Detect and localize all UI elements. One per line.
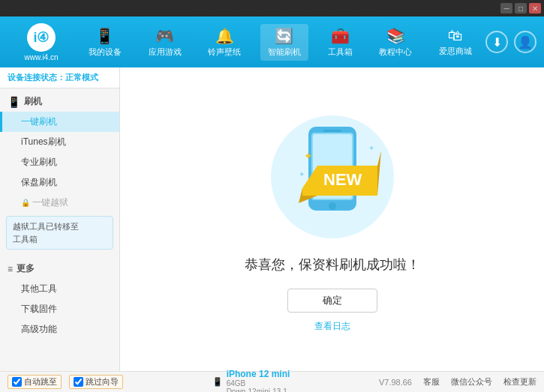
- device-storage: 64GB: [227, 379, 290, 388]
- device-status: 设备连接状态：正常模式: [0, 67, 119, 88]
- nav-label-ringtones: 铃声壁纸: [208, 46, 241, 58]
- nav-item-my-device[interactable]: 📱 我的设备: [81, 24, 129, 61]
- ringtones-icon: 🔔: [215, 27, 234, 45]
- flash-section-icon: 📱: [8, 96, 20, 108]
- more-section-label: 更多: [17, 262, 35, 275]
- nav-item-ringtones[interactable]: 🔔 铃声壁纸: [200, 24, 248, 61]
- sidebar-item-one-click-flash[interactable]: 一键刷机: [0, 112, 119, 132]
- skip-guide-checkbox[interactable]: 跳过向导: [69, 375, 123, 389]
- sidebar-item-jailbreak: 🔒 一键越狱: [0, 193, 119, 213]
- bottom-left: 自动跳至 跳过向导: [8, 375, 123, 389]
- skip-guide-input[interactable]: [74, 377, 83, 387]
- svg-rect-5: [323, 130, 341, 132]
- content-area: NEW ✦ ✦ ✦ ✦ 恭喜您，保资料刷机成功啦！ 确定 查看日志: [120, 67, 544, 371]
- nav-item-smart-flash[interactable]: 🔄 智能刷机: [260, 24, 308, 61]
- svg-text:✦: ✦: [304, 150, 313, 162]
- lock-icon: 🔒: [21, 199, 30, 207]
- success-text: 恭喜您，保资料刷机成功啦！: [245, 256, 420, 274]
- customer-service-link[interactable]: 客服: [423, 376, 440, 388]
- sidebar: 设备连接状态：正常模式 📱 刷机 一键刷机 iTunes刷机 专业刷机 保盘刷机…: [0, 67, 120, 371]
- sidebar-item-advanced[interactable]: 高级功能: [0, 319, 119, 340]
- sidebar-item-pro-flash[interactable]: 专业刷机: [0, 152, 119, 172]
- restore-btn[interactable]: □: [515, 3, 527, 13]
- sidebar-item-itunes-flash[interactable]: iTunes刷机: [0, 132, 119, 152]
- title-bar: ─ □ ✕: [0, 0, 544, 16]
- sidebar-item-other-tools[interactable]: 其他工具: [0, 279, 119, 299]
- svg-text:✦: ✦: [299, 170, 305, 178]
- success-illustration: NEW ✦ ✦ ✦ ✦: [257, 106, 407, 256]
- minimize-btn[interactable]: ─: [500, 3, 512, 13]
- success-svg: NEW ✦ ✦ ✦ ✦: [257, 106, 407, 256]
- svg-text:NEW: NEW: [323, 170, 362, 189]
- nav-label-tutorials: 教程中心: [379, 46, 412, 58]
- more-section-icon: ≡: [8, 264, 13, 274]
- device-version: Down-12mini-13,1: [227, 388, 290, 393]
- header: i④ www.i4.cn 📱 我的设备 🎮 应用游戏 🔔 铃声壁纸 🔄 智能刷机…: [0, 16, 544, 67]
- nav-items: 📱 我的设备 🎮 应用游戏 🔔 铃声壁纸 🔄 智能刷机 🧰 工具箱 📚 教程中心…: [75, 24, 485, 61]
- device-status-label: 设备连接状态：: [8, 73, 65, 82]
- nav-label-my-device: 我的设备: [89, 46, 122, 58]
- download-btn[interactable]: ⬇: [485, 31, 508, 53]
- svg-text:✦: ✦: [368, 144, 374, 152]
- bottom-right: V7.98.66 客服 微信公众号 检查更新: [379, 376, 536, 388]
- logo-icon: i④: [27, 23, 56, 52]
- nav-item-apps[interactable]: 🎮 应用游戏: [141, 24, 189, 61]
- store-icon: 🛍: [448, 27, 463, 44]
- sidebar-item-save-flash[interactable]: 保盘刷机: [0, 172, 119, 193]
- device-name: iPhone 12 mini: [227, 369, 290, 379]
- check-update-link[interactable]: 检查更新: [503, 376, 536, 388]
- phone-icon: 📱: [212, 377, 223, 387]
- skip-guide-label: 跳过向导: [86, 376, 119, 388]
- svg-text:✦: ✦: [371, 170, 377, 178]
- jailbreak-info-box: 越狱工具已转移至工具箱: [6, 216, 113, 250]
- confirm-button[interactable]: 确定: [287, 289, 377, 313]
- close-btn[interactable]: ✕: [529, 3, 541, 13]
- logo-area: i④ www.i4.cn: [8, 23, 75, 61]
- device-info: 📱 iPhone 12 mini 64GB Down-12mini-13,1: [212, 369, 290, 393]
- sidebar-item-download-firmware[interactable]: 下载固件: [0, 299, 119, 319]
- more-section: ≡ 更多 其他工具 下载固件 高级功能: [0, 256, 119, 343]
- main-area: 设备连接状态：正常模式 📱 刷机 一键刷机 iTunes刷机 专业刷机 保盘刷机…: [0, 67, 544, 371]
- nav-label-smart-flash: 智能刷机: [268, 46, 301, 58]
- more-section-title: ≡ 更多: [0, 259, 119, 279]
- nav-label-store: 爱思商城: [439, 46, 472, 57]
- logo-text: www.i4.cn: [24, 53, 58, 61]
- apps-icon: 🎮: [155, 27, 174, 45]
- wechat-link[interactable]: 微信公众号: [451, 376, 492, 388]
- nav-label-toolbox: 工具箱: [328, 46, 353, 58]
- nav-label-apps: 应用游戏: [149, 46, 182, 58]
- jailbreak-label: 一键越狱: [32, 196, 68, 209]
- smart-flash-icon: 🔄: [275, 27, 293, 45]
- my-device-icon: 📱: [95, 27, 114, 45]
- flash-section: 📱 刷机 一键刷机 iTunes刷机 专业刷机 保盘刷机 🔒 一键越狱 越狱工具…: [0, 88, 119, 256]
- tutorials-icon: 📚: [386, 27, 405, 45]
- svg-point-4: [329, 202, 336, 210]
- nav-item-store[interactable]: 🛍 爱思商城: [431, 24, 479, 60]
- nav-item-tutorials[interactable]: 📚 教程中心: [371, 24, 419, 61]
- flash-section-title: 📱 刷机: [0, 91, 119, 112]
- nav-item-toolbox[interactable]: 🧰 工具箱: [320, 24, 360, 61]
- user-btn[interactable]: 👤: [514, 31, 536, 53]
- auto-jump-input[interactable]: [12, 377, 22, 387]
- bottom-bar: 自动跳至 跳过向导 📱 iPhone 12 mini 64GB Down-12m…: [0, 371, 544, 392]
- view-log-link[interactable]: 查看日志: [314, 320, 350, 333]
- version-label: V7.98.66: [379, 378, 412, 387]
- flash-section-label: 刷机: [24, 95, 42, 108]
- device-details: iPhone 12 mini 64GB Down-12mini-13,1: [227, 369, 290, 393]
- auto-jump-label: 自动跳至: [24, 376, 57, 388]
- auto-jump-checkbox[interactable]: 自动跳至: [8, 375, 62, 389]
- nav-right: ⬇ 👤: [485, 31, 536, 53]
- jailbreak-info-text: 越狱工具已转移至工具箱: [13, 222, 79, 244]
- toolbox-icon: 🧰: [331, 27, 350, 45]
- device-status-value: 正常模式: [65, 73, 98, 82]
